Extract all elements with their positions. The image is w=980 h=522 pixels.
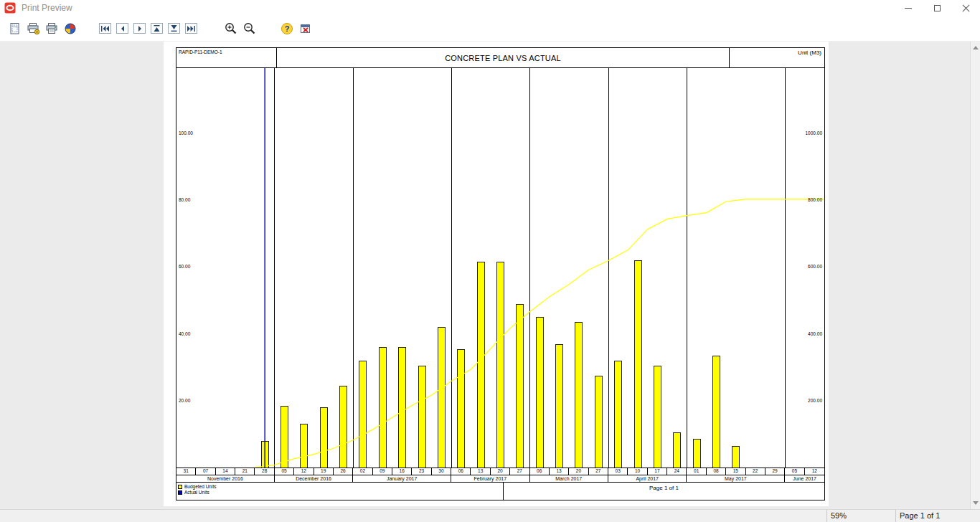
week-label: 06	[530, 468, 550, 475]
month-label: December 2016	[275, 475, 353, 482]
month-label: February 2017	[451, 475, 529, 482]
title-bar: Print Preview	[0, 0, 980, 16]
legend-item: Budgeted Units	[178, 484, 503, 489]
preview-area: RAPID-P11-DEMO-1 CONCRETE PLAN VS ACTUAL…	[0, 42, 980, 509]
week-label: 10	[628, 468, 647, 475]
week-label: 05	[785, 468, 804, 475]
left-axis-tick-label: 80.00	[179, 197, 190, 203]
week-label: 19	[314, 468, 334, 475]
week-label: 07	[196, 468, 215, 475]
week-label: 28	[255, 468, 274, 475]
legend-swatch	[178, 485, 182, 489]
print-icon	[45, 22, 59, 35]
week-label: 29	[765, 468, 785, 475]
print-setup-icon	[27, 22, 40, 35]
page-up-icon	[154, 25, 160, 32]
left-axis-tick-label: 40.00	[179, 331, 190, 337]
legend-label: Actual Units	[184, 490, 209, 495]
week-label: 12	[294, 468, 314, 475]
week-label: 13	[471, 468, 490, 475]
left-axis-tick-label: 60.00	[179, 264, 190, 270]
close-preview-icon	[299, 22, 312, 35]
chart-plot: 100.0080.0060.0040.0020.001000.00800.006…	[176, 68, 825, 468]
publish-button[interactable]	[62, 20, 79, 37]
zoom-in-button[interactable]	[222, 20, 240, 37]
week-label: 06	[451, 468, 471, 475]
last-page-button[interactable]	[185, 23, 197, 34]
chevron-up-icon	[973, 46, 979, 49]
week-label: 14	[216, 468, 235, 475]
week-label: 24	[667, 468, 687, 475]
previous-page-button[interactable]	[116, 23, 128, 34]
week-label: 15	[726, 468, 745, 475]
publish-icon	[64, 22, 77, 35]
week-label: 21	[235, 468, 255, 475]
close-icon	[962, 4, 970, 12]
scroll-down-button[interactable]	[971, 497, 980, 509]
report-page: RAPID-P11-DEMO-1 CONCRETE PLAN VS ACTUAL…	[164, 42, 829, 506]
week-label: 05	[275, 468, 294, 475]
zoom-out-button[interactable]	[241, 20, 258, 37]
week-label: 26	[334, 468, 353, 475]
report-id: RAPID-P11-DEMO-1	[176, 48, 277, 67]
week-label: 20	[569, 468, 588, 475]
page-setup-icon	[8, 22, 22, 35]
week-label: 17	[648, 468, 667, 475]
plot-overlay	[176, 68, 824, 468]
maximize-icon	[934, 5, 941, 11]
scroll-up-button[interactable]	[971, 42, 980, 54]
week-label: 27	[510, 468, 529, 475]
week-label: 01	[687, 468, 706, 475]
right-axis-tick-label: 1000.00	[806, 130, 823, 136]
week-label: 09	[373, 468, 392, 475]
left-axis-tick-label: 100.00	[179, 130, 193, 136]
month-label: November 2016	[176, 475, 275, 482]
legend-item: Actual Units	[178, 490, 503, 495]
statusbar-page: Page 1 of 1	[895, 510, 980, 522]
week-label: 03	[608, 468, 628, 475]
close-preview-button[interactable]	[297, 20, 314, 37]
svg-text:?: ?	[285, 24, 290, 32]
right-axis-tick-label: 200.00	[808, 398, 822, 404]
left-axis-tick-label: 20.00	[179, 398, 190, 404]
month-axis: November 2016December 2016January 2017Fe…	[176, 475, 825, 483]
next-page-icon	[137, 26, 143, 32]
page-down-button[interactable]	[168, 23, 180, 34]
right-axis-tick-label: 600.00	[808, 264, 822, 270]
right-axis-tick-label: 400.00	[808, 331, 822, 337]
month-label: April 2017	[608, 475, 687, 482]
first-page-button[interactable]	[99, 23, 111, 34]
print-button[interactable]	[43, 20, 60, 37]
toolbar: ?	[0, 16, 980, 42]
scrollbar-track[interactable]	[971, 54, 980, 497]
chart-footer: Budgeted UnitsActual Units Page 1 of 1	[176, 483, 825, 500]
chevron-down-icon	[973, 501, 979, 505]
unit-label: Unit (M3)	[730, 48, 824, 67]
week-label: 30	[432, 468, 451, 475]
first-page-icon	[101, 26, 109, 32]
page-up-button[interactable]	[151, 23, 163, 34]
status-bar: 59% Page 1 of 1	[0, 509, 980, 522]
week-label: 31	[176, 468, 196, 475]
page-down-icon	[171, 25, 177, 32]
week-label: 12	[805, 468, 824, 475]
next-page-button[interactable]	[133, 23, 146, 34]
close-button[interactable]	[951, 0, 980, 16]
legend-swatch	[178, 490, 182, 495]
zoom-in-icon	[224, 22, 238, 36]
cumulative-line	[255, 199, 825, 468]
month-label: January 2017	[353, 475, 451, 482]
app-icon	[4, 2, 16, 14]
vertical-scrollbar[interactable]	[970, 42, 980, 509]
chart-header: RAPID-P11-DEMO-1 CONCRETE PLAN VS ACTUAL…	[176, 47, 825, 68]
print-setup-button[interactable]	[24, 20, 42, 37]
week-label: 13	[550, 468, 569, 475]
previous-page-icon	[120, 26, 126, 32]
minimize-button[interactable]	[894, 0, 923, 16]
page-setup-button[interactable]	[6, 20, 23, 37]
help-button[interactable]: ?	[278, 20, 296, 37]
window-title: Print Preview	[22, 3, 72, 13]
month-label: March 2017	[530, 475, 608, 482]
maximize-button[interactable]	[923, 0, 951, 16]
right-axis-tick-label: 800.00	[808, 197, 822, 203]
